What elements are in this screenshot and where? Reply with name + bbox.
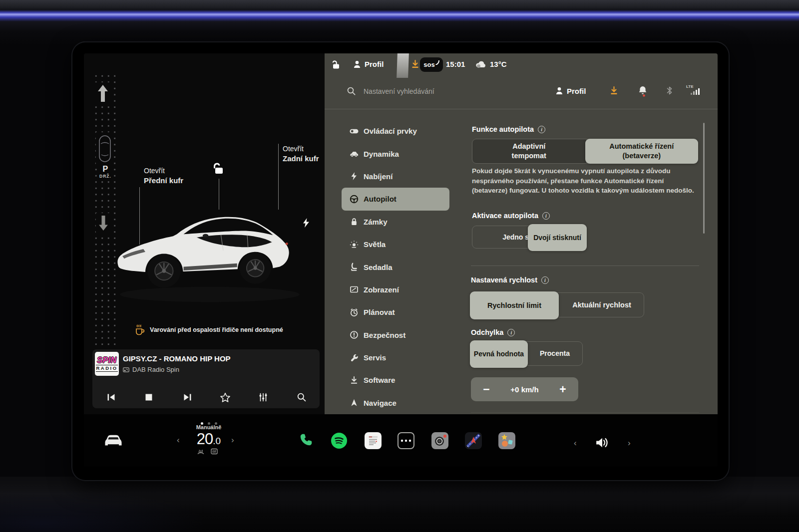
temp-increase-chevron[interactable]: › bbox=[231, 435, 234, 445]
volume-up-chevron[interactable]: › bbox=[628, 438, 631, 448]
sidebar-item-software[interactable]: Software bbox=[342, 369, 449, 391]
rear-defrost-icon[interactable] bbox=[210, 447, 218, 457]
offset-segment: Pevná hodnota Procenta bbox=[471, 341, 583, 366]
spotify-app-icon[interactable] bbox=[331, 432, 348, 449]
settings-scrollbar[interactable] bbox=[703, 123, 705, 234]
unlock-icon[interactable] bbox=[212, 162, 226, 177]
steering-wheel-icon bbox=[350, 195, 359, 204]
option-fixed-value-selected[interactable]: Pevná hodnota bbox=[470, 340, 528, 368]
bottom-divider bbox=[471, 412, 699, 413]
sidebar-item-locks[interactable]: Zámky bbox=[342, 211, 449, 233]
offset-value: +0 km/h bbox=[471, 385, 578, 394]
weather-cloud-icon bbox=[475, 59, 486, 71]
option-current-speed[interactable]: Aktuální rychlost bbox=[559, 293, 645, 317]
profile-icon-top bbox=[353, 60, 362, 71]
charge-port-bolt-icon[interactable] bbox=[303, 218, 310, 230]
sos-label: sos bbox=[423, 61, 434, 68]
lock-icon bbox=[350, 217, 359, 226]
favorite-star-button[interactable] bbox=[219, 391, 232, 404]
option-double-press-selected[interactable]: Dvojí stisknutí bbox=[528, 224, 587, 251]
update-download-icon-top[interactable] bbox=[410, 59, 420, 71]
wrench-icon bbox=[350, 353, 359, 362]
alert-circle-icon bbox=[350, 330, 359, 339]
sidebar-item-service[interactable]: Servis bbox=[342, 346, 449, 369]
vehicle-controls-button[interactable] bbox=[103, 433, 124, 449]
clock: 15:01 bbox=[446, 60, 465, 68]
sos-button[interactable]: sos bbox=[420, 57, 443, 72]
next-track-button[interactable] bbox=[181, 391, 194, 404]
toybox-app-icon[interactable] bbox=[498, 432, 515, 449]
gear-hold-label: DRŽ. bbox=[99, 174, 111, 179]
volume-speaker-icon[interactable] bbox=[595, 436, 610, 451]
speed-offset-stepper: − +0 km/h + bbox=[471, 377, 578, 401]
light-icon bbox=[350, 240, 359, 249]
calendar-app-icon[interactable] bbox=[365, 432, 382, 449]
autopilot-mode-segment: Adaptivní tempomat Automatické řízení (b… bbox=[472, 139, 698, 164]
temp-decrease-chevron[interactable]: ‹ bbox=[177, 435, 180, 445]
front-trunk-button[interactable]: Otevřít Přední kufr bbox=[144, 166, 183, 186]
set-speed-heading: Nastavená rychlost i bbox=[471, 276, 549, 284]
sidebar-item-lights[interactable]: Světla bbox=[342, 233, 449, 256]
info-icon[interactable]: i bbox=[542, 212, 550, 220]
audio-settings-icon[interactable] bbox=[257, 391, 270, 404]
stop-button[interactable] bbox=[142, 391, 155, 404]
dab-radio-icon bbox=[123, 366, 129, 373]
sidebar-item-schedule[interactable]: Plánovat bbox=[342, 301, 449, 323]
cabin-temperature[interactable]: 20.0 bbox=[191, 430, 227, 448]
section-divider bbox=[471, 266, 699, 266]
profile-button-search-row[interactable]: Profil bbox=[567, 87, 586, 95]
bluetooth-icon[interactable] bbox=[666, 86, 673, 97]
profile-menu-button[interactable]: Profil bbox=[365, 60, 384, 68]
set-speed-segment: Rychlostní limit Aktuální rychlost bbox=[471, 292, 644, 317]
software-update-icon[interactable] bbox=[609, 86, 619, 98]
notifications-bell-icon[interactable] bbox=[638, 85, 648, 99]
navigation-arrow-icon bbox=[350, 398, 359, 407]
rear-trunk-button[interactable]: Otevřít Zadní kufr bbox=[283, 144, 319, 164]
drive-down-arrow-icon bbox=[96, 213, 111, 235]
seat-icon bbox=[350, 263, 359, 271]
phone-app-icon[interactable] bbox=[299, 432, 314, 449]
autopilot-features-heading: Funkce autopilota i bbox=[472, 125, 545, 133]
tesla-touchscreen: P DRŽ. Otevřít Přední kufr Otevřít Zadní… bbox=[72, 42, 729, 480]
option-autosteer-selected[interactable]: Automatické řízení (betaverze) bbox=[585, 139, 699, 164]
sidebar-item-dynamics[interactable]: Dynamika bbox=[342, 142, 449, 165]
sidebar-item-autopilot[interactable]: Autopilot bbox=[342, 188, 449, 210]
volume-down-chevron[interactable]: ‹ bbox=[574, 438, 577, 448]
front-defrost-icon[interactable] bbox=[197, 447, 205, 457]
settings-sidebar: Ovládací prvky Dynamika Nabíjení Autopil… bbox=[325, 109, 465, 414]
info-icon[interactable]: i bbox=[507, 329, 515, 336]
maps-app-icon[interactable] bbox=[465, 432, 482, 449]
offset-heading: Odchylka i bbox=[471, 328, 515, 336]
info-icon[interactable]: i bbox=[541, 276, 549, 284]
glass-reflection bbox=[397, 53, 409, 78]
station-logo-line2: RADIO bbox=[96, 365, 117, 372]
sidebar-item-navigation[interactable]: Navigace bbox=[342, 392, 449, 414]
dashboard-ambient-light bbox=[0, 0, 799, 45]
sidebar-item-seats[interactable]: Sedadla bbox=[342, 256, 449, 278]
dashcam-app-icon[interactable] bbox=[431, 432, 448, 449]
app-launcher-icon[interactable] bbox=[398, 432, 414, 449]
sidebar-item-controls[interactable]: Ovládací prvky bbox=[342, 120, 449, 142]
media-player: SPIN RADIO GIPSY.CZ - ROMANO HIP HOP DAB… bbox=[92, 349, 320, 408]
search-icon bbox=[347, 86, 356, 98]
sidebar-item-display[interactable]: Zobrazení bbox=[342, 278, 449, 301]
front-trunk-action: Otevřít bbox=[144, 167, 165, 175]
info-icon[interactable]: i bbox=[538, 126, 545, 133]
outside-temperature: 13°C bbox=[490, 60, 507, 68]
previous-track-button[interactable] bbox=[104, 391, 117, 404]
sidebar-item-charging[interactable]: Nabíjení bbox=[342, 165, 449, 188]
gear-indicator: P DRŽ. bbox=[97, 162, 114, 181]
option-speed-limit-selected[interactable]: Rychlostní limit bbox=[470, 291, 559, 319]
settings-search-input[interactable]: Nastavení vyhledávání bbox=[364, 87, 434, 95]
autopilot-activation-heading: Aktivace autopilota i bbox=[472, 212, 550, 220]
sidebar-item-safety[interactable]: Bezpečnost bbox=[342, 324, 449, 346]
car-icon bbox=[350, 149, 359, 158]
station-logo[interactable]: SPIN RADIO bbox=[95, 352, 119, 376]
media-search-icon[interactable] bbox=[295, 391, 308, 404]
option-percentage[interactable]: Procenta bbox=[526, 342, 583, 365]
option-adaptive-cruise[interactable]: Adaptivní tempomat bbox=[472, 139, 586, 163]
car-status-panel: P DRŽ. Otevřít Přední kufr Otevřít Zadní… bbox=[84, 53, 325, 414]
drive-up-arrow-icon bbox=[95, 82, 111, 106]
toggle-icon bbox=[350, 127, 359, 136]
unlocked-icon[interactable] bbox=[332, 60, 341, 71]
